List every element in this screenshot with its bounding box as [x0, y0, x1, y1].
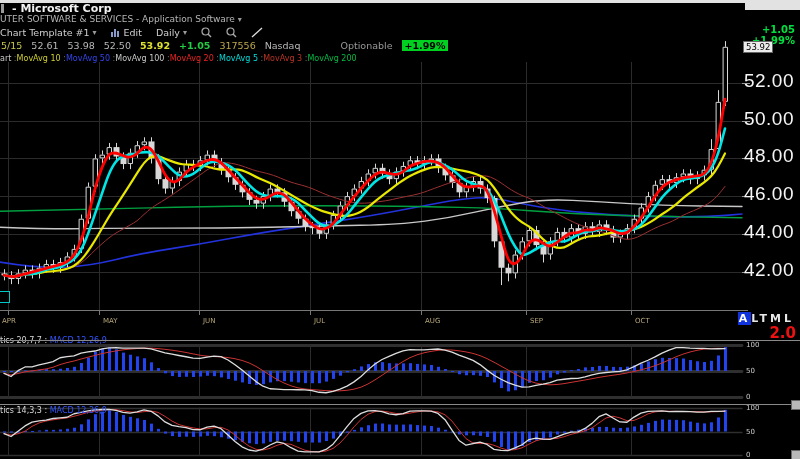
price-axis-label: 46.00 — [744, 183, 794, 205]
quote-last: 53.92 — [140, 40, 170, 51]
price-axis-label: 44.00 — [744, 221, 794, 243]
legend-entry: MovAvg 5 — [219, 54, 263, 63]
template-dropdown[interactable]: Chart Template #1 ▾ — [0, 27, 97, 38]
last-price-tag: 53.92 — [743, 41, 773, 53]
sector-label: UTER SOFTWARE & SERVICES - Application S… — [0, 14, 235, 24]
zoom-in-icon[interactable] — [201, 27, 212, 38]
quote-open: 52.61 — [31, 40, 58, 51]
sector-breadcrumb[interactable]: UTER SOFTWARE & SERVICES - Application S… — [0, 14, 242, 24]
legend-entry: MovAvg 20 — [170, 54, 219, 63]
quote-low: 52.50 — [104, 40, 131, 51]
stochastics-panel-2-header: tics 14,3,3 : MACD 12,26,9 — [0, 406, 107, 415]
trading-app-window: - Microsoft Corp UTER SOFTWARE & SERVICE… — [0, 0, 800, 459]
month-label: JUL — [314, 317, 325, 325]
month-label: AUG — [425, 317, 440, 325]
cut-off-note-box — [0, 291, 10, 303]
month-label: MAY — [103, 317, 118, 325]
legend-entry: MovAvg 50 — [66, 54, 115, 63]
panel-scale-label: 100 — [746, 341, 759, 349]
legend-entry: MovAvg 200 — [307, 54, 356, 63]
month-label: OCT — [635, 317, 650, 325]
quote-date: 5/15 — [1, 40, 22, 51]
legend-entry: MovAvg 10 — [17, 54, 66, 63]
toolbar: Chart Template #1 ▾ Edit Daily ▾ — [0, 26, 263, 39]
price-chart-canvas[interactable] — [0, 0, 800, 459]
panel-scale-label: 0 — [746, 451, 750, 459]
legend-entry: MovAvg 3 — [263, 54, 307, 63]
quote-high: 53.98 — [68, 40, 95, 51]
price-axis-label: 52.00 — [744, 70, 794, 92]
panel-resize-handle[interactable] — [791, 450, 800, 459]
zoom-out-icon[interactable] — [226, 27, 237, 38]
quote-change: +1.05 — [179, 40, 210, 51]
panel-scale-label: 50 — [746, 367, 755, 375]
quote-exchange: Nasdaq — [265, 40, 301, 51]
pane-change-value: +1.05 — [762, 24, 795, 35]
change-percent-badge: +1.99% — [402, 40, 449, 51]
chevron-down-icon: ▾ — [183, 28, 187, 37]
price-axis-label: 50.00 — [744, 108, 794, 130]
chevron-down-icon: ▾ — [93, 28, 97, 37]
panel-scale-label: 100 — [746, 404, 759, 412]
month-label: JUN — [203, 317, 215, 325]
optionable-label: Optionable — [340, 40, 392, 51]
moving-average-legend: art MovAvg 10 MovAvg 50 MovAvg 100 MovAv… — [0, 54, 357, 63]
panel-scale-label: 50 — [746, 428, 755, 436]
panel-divider[interactable] — [0, 404, 800, 405]
window-top-right-border — [745, 0, 800, 10]
price-axis-label: 48.00 — [744, 145, 794, 167]
bars-icon — [111, 28, 121, 37]
month-label: APR — [2, 317, 16, 325]
window-top-border — [0, 0, 800, 3]
month-label: SEP — [530, 317, 543, 325]
period-dropdown[interactable]: Daily ▾ — [156, 27, 187, 38]
edit-button[interactable]: Edit — [111, 27, 142, 38]
legend-entry: MovAvg 100 — [115, 54, 169, 63]
panel-resize-handle[interactable] — [791, 400, 800, 410]
trendline-tool[interactable] — [251, 27, 263, 38]
price-axis-label: 42.00 — [744, 259, 794, 281]
quote-bar: 5/15 52.61 53.98 52.50 53.92 +1.05 31755… — [1, 40, 448, 51]
chevron-down-icon: ▾ — [238, 15, 242, 24]
legend-entry: art — [0, 54, 17, 63]
quote-volume: 317556 — [219, 40, 255, 51]
window-icon — [1, 4, 4, 13]
panel-scale-label: 0 — [746, 393, 750, 401]
panel-divider[interactable] — [0, 340, 800, 341]
